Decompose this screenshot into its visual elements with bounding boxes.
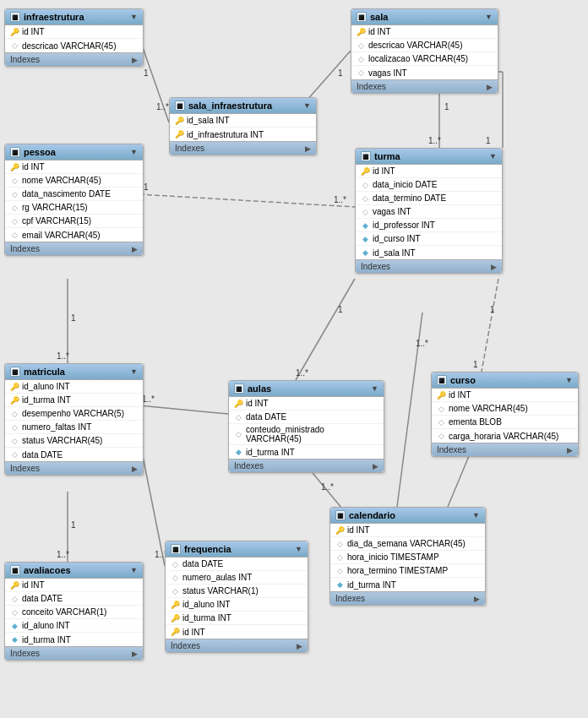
indexes-label: Indexes (437, 445, 466, 454)
field-icon: ◇ (357, 68, 365, 77)
field-matricula-status: ◇ status VARCHAR(45) (5, 434, 143, 448)
entity-indexes-curso[interactable]: Indexes ▶ (432, 443, 578, 456)
field-matricula-numero-faltas: ◇ numero_faltas INT (5, 421, 143, 434)
entity-matricula: ▦ matricula ▼ 🔑 id_aluno INT 🔑 id_turma … (4, 363, 144, 476)
field-aval-id: 🔑 id INT (5, 579, 143, 592)
fk-icon: ◆ (10, 635, 19, 644)
field-text: ementa BLOB (449, 417, 502, 427)
field-icon: ◇ (10, 423, 19, 432)
entity-indexes-aulas[interactable]: Indexes ▶ (229, 459, 384, 472)
field-text: data DATE (22, 594, 63, 603)
svg-text:1: 1 (71, 520, 76, 530)
dropdown-icon[interactable]: ▼ (472, 511, 480, 519)
entity-indexes-pessoa[interactable]: Indexes ▶ (5, 242, 143, 255)
dropdown-icon-sala[interactable]: ▼ (485, 13, 493, 21)
entity-body-infraestrutura: 🔑 id INT ◇ descricao VARCHAR(45) (5, 25, 143, 52)
dropdown-icon[interactable]: ▼ (295, 545, 302, 553)
pk-icon: 🔑 (175, 117, 183, 125)
entity-frequencia: ▦ frequencia ▼ ◇ data DATE ◇ numero_aula… (165, 541, 308, 653)
indexes-label: Indexes (10, 55, 40, 64)
field-text: id_sala INT (373, 248, 416, 258)
table-icon: ▦ (171, 544, 181, 554)
field-text: status VARCHAR(45) (22, 436, 102, 445)
field-text: data DATE (182, 559, 223, 568)
fk-icon: ◆ (361, 221, 369, 230)
field-text: id INT (373, 166, 395, 176)
entity-body-matricula: 🔑 id_aluno INT 🔑 id_turma INT ◇ desempen… (5, 380, 143, 461)
field-icon: ◇ (10, 41, 19, 50)
dropdown-icon[interactable]: ▼ (130, 367, 138, 376)
dropdown-icon[interactable]: ▼ (130, 566, 138, 574)
svg-text:1..*: 1..* (416, 339, 428, 348)
dropdown-icon-infraestrutura[interactable]: ▼ (130, 13, 138, 21)
field-turma-data-inicio: ◇ data_inicio DATE (356, 178, 502, 192)
field-text: email VARCHAR(45) (22, 231, 101, 240)
entity-body-calendario: 🔑 id INT ◇ dia_da_semana VARCHAR(45) ◇ h… (330, 524, 485, 591)
dropdown-icon[interactable]: ▼ (489, 152, 497, 160)
field-freq-status: ◇ status VARCHAR(1) (166, 585, 308, 598)
indexes-label: Indexes (234, 461, 264, 471)
table-icon: ▦ (234, 383, 244, 394)
entity-header-avaliacoes: ▦ avaliacoes ▼ (5, 563, 143, 579)
field-text: id_sala INT (187, 116, 230, 125)
field-text: id INT (182, 628, 205, 637)
entity-curso: ▦ curso ▼ 🔑 id INT ◇ nome VARCHAR(45) ◇ … (431, 372, 579, 457)
dropdown-icon[interactable]: ▼ (565, 376, 573, 384)
fk-icon: ◆ (234, 448, 242, 456)
field-icon: ◇ (361, 208, 369, 216)
dropdown-icon[interactable]: ▼ (371, 384, 378, 393)
indexes-label: Indexes (357, 82, 386, 91)
diagram-canvas: 1 1..* 1 1..* 1 1..* 1 1 1 1..* 1 1..* 1… (0, 0, 588, 718)
indexes-arrow: ▶ (305, 144, 311, 153)
entity-header-aulas: ▦ aulas ▼ (229, 381, 384, 397)
field-icon: ◇ (10, 410, 19, 418)
indexes-label: Indexes (10, 464, 40, 473)
pk-icon: 🔑 (171, 628, 179, 636)
entity-indexes-frequencia[interactable]: Indexes ▶ (166, 639, 308, 652)
field-aval-conceito: ◇ conceito VARCHAR(1) (5, 606, 143, 619)
table-icon: ▦ (10, 367, 20, 377)
pk-icon: 🔑 (361, 167, 369, 176)
entity-sala: ▦ sala ▼ 🔑 id INT ◇ descricao VARCHAR(45… (351, 8, 498, 94)
indexes-label: Indexes (10, 244, 40, 253)
pk-icon: 🔑 (357, 28, 365, 36)
field-text: descricao VARCHAR(45) (22, 41, 117, 51)
entity-indexes-turma[interactable]: Indexes ▶ (356, 259, 502, 273)
field-matricula-data: ◇ data DATE (5, 448, 143, 461)
entity-body-pessoa: 🔑 id INT ◇ nome VARCHAR(45) ◇ data_nasci… (5, 160, 143, 242)
field-icon: ◇ (10, 595, 19, 603)
field-text: id INT (449, 390, 471, 400)
entity-header-turma: ▦ turma ▼ (356, 149, 502, 165)
field-pessoa-rg: ◇ rg VARCHAR(15) (5, 201, 143, 215)
entity-indexes-calendario[interactable]: Indexes ▶ (330, 591, 485, 605)
svg-text:1..*: 1..* (57, 351, 69, 361)
entity-infraestrutura: ▦ infraestrutura ▼ 🔑 id INT ◇ descricao … (4, 8, 144, 67)
indexes-arrow: ▶ (474, 595, 480, 603)
field-text: dia_da_semana VARCHAR(45) (347, 539, 466, 548)
field-cal-hora-inicio: ◇ hora_inicio TIMESTAMP (330, 551, 485, 564)
field-text: desempenho VARCHAR(5) (22, 409, 124, 418)
field-freq-id: 🔑 id INT (166, 625, 308, 639)
field-text: nome VARCHAR(45) (22, 176, 101, 185)
field-turma-id-curso: ◆ id_curso INT (356, 232, 502, 246)
field-text: vagas INT (368, 68, 407, 78)
indexes-arrow: ▶ (132, 465, 138, 473)
field-text: data_termino DATE (373, 193, 446, 203)
entity-indexes-infraestrutura[interactable]: Indexes ▶ (5, 52, 143, 66)
field-text: descricao VARCHAR(45) (368, 41, 463, 50)
field-icon: ◇ (335, 540, 344, 548)
dropdown-icon[interactable]: ▼ (303, 101, 311, 110)
field-icon: ◇ (171, 587, 179, 596)
fk-icon: ◆ (361, 248, 369, 257)
field-text: cpf VARCHAR(15) (22, 216, 91, 226)
svg-text:1..*: 1..* (142, 394, 155, 404)
entity-indexes-matricula[interactable]: Indexes ▶ (5, 461, 143, 475)
field-text: id INT (368, 27, 391, 36)
svg-text:1..*: 1..* (156, 102, 169, 112)
entity-indexes-sala-infraestrutura[interactable]: Indexes ▶ (170, 141, 316, 155)
field-text: id INT (22, 580, 45, 590)
entity-indexes-sala[interactable]: Indexes ▶ (351, 79, 498, 93)
field-text: id INT (22, 162, 45, 171)
dropdown-icon[interactable]: ▼ (130, 148, 138, 156)
entity-indexes-avaliacoes[interactable]: Indexes ▶ (5, 646, 143, 660)
